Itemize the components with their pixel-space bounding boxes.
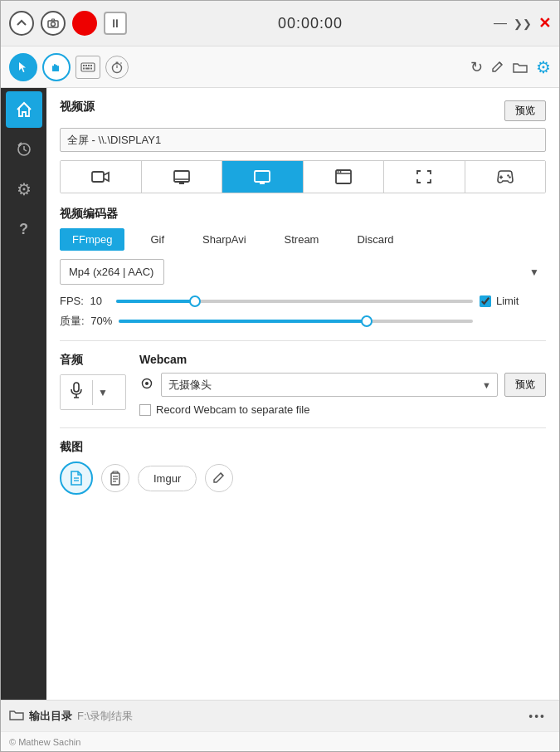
copyright-bar: © Mathew Sachin xyxy=(1,731,559,751)
format-select-row: Mp4 (x264 | AAC) ▼ xyxy=(60,259,546,285)
title-bar: ⏸ 00:00:00 — ❯❯ ✕ xyxy=(1,1,559,46)
video-source-section: 视频源 预览 xyxy=(60,100,546,193)
source-window-button[interactable] xyxy=(304,161,385,193)
audio-dropdown-button[interactable]: ▼ xyxy=(92,380,113,405)
fps-slider-right: Limit xyxy=(480,295,546,307)
hand-icon xyxy=(51,61,62,73)
chevron-up-icon xyxy=(16,17,27,29)
webcam-select-wrapper: 无摄像头 ▼ xyxy=(161,373,498,397)
fps-slider-thumb[interactable] xyxy=(189,295,201,307)
screenshot-label: 截图 xyxy=(60,440,83,453)
pen-button[interactable] xyxy=(491,61,504,74)
imgur-button[interactable]: Imgur xyxy=(138,466,197,491)
camera-icon xyxy=(47,18,59,28)
quality-label: 质量: 70% xyxy=(60,314,112,329)
source-input-field[interactable] xyxy=(60,128,546,152)
webcam-record-checkbox[interactable] xyxy=(139,404,151,416)
monitor-alt-icon xyxy=(173,169,191,184)
video-encoder-label: 视频编码器 xyxy=(60,207,118,220)
svg-line-20 xyxy=(499,62,502,65)
source-header: 视频源 预览 xyxy=(60,100,546,121)
svg-rect-15 xyxy=(90,67,92,69)
webcam-camera-icon xyxy=(139,378,154,393)
webcam-preview-button[interactable]: 预览 xyxy=(504,373,546,397)
enc-tab-stream[interactable]: Stream xyxy=(272,228,332,251)
webcam-label: Webcam xyxy=(139,353,546,366)
output-folder-icon[interactable] xyxy=(9,709,24,724)
enc-tab-sharpavi[interactable]: SharpAvi xyxy=(190,228,259,251)
screenshot-clipboard-button[interactable] xyxy=(60,461,93,495)
bottom-bar: 输出目录 F:\录制结果 ••• xyxy=(1,700,559,731)
stopwatch-icon xyxy=(110,61,124,74)
svg-rect-7 xyxy=(52,70,59,71)
sidebar-item-settings[interactable]: ⚙ xyxy=(6,171,42,208)
source-fullscreen-button[interactable] xyxy=(222,161,304,193)
enc-tab-gif[interactable]: Gif xyxy=(138,228,177,251)
svg-rect-18 xyxy=(116,61,119,63)
folder-button[interactable] xyxy=(513,61,528,74)
video-preview-button[interactable]: 预览 xyxy=(504,100,546,121)
fps-limit-checkbox[interactable] xyxy=(480,295,491,307)
svg-rect-8 xyxy=(81,63,95,71)
maximize-button[interactable]: ❯❯ xyxy=(514,17,532,30)
hand-tool-button[interactable] xyxy=(42,53,71,81)
help-icon: ? xyxy=(19,221,28,238)
svg-point-1 xyxy=(51,22,56,27)
screenshot-pen-button[interactable] xyxy=(205,464,233,492)
keyboard-button[interactable] xyxy=(75,56,100,79)
keyboard-icon xyxy=(80,62,95,72)
pause-icon: ⏸ xyxy=(110,17,122,30)
more-options-button[interactable]: ••• xyxy=(523,708,551,725)
timer-button[interactable] xyxy=(105,56,129,79)
fps-label: FPS: 10 xyxy=(60,295,110,307)
svg-point-33 xyxy=(339,171,341,173)
fps-slider-track[interactable] xyxy=(116,300,473,303)
svg-rect-23 xyxy=(174,171,189,182)
format-select[interactable]: Mp4 (x264 | AAC) xyxy=(60,259,164,285)
toolbar: ↻ ⚙ xyxy=(1,46,559,88)
minimize-button[interactable]: — xyxy=(494,16,507,31)
title-bar-right: — ❯❯ ✕ xyxy=(494,14,551,32)
quality-slider-thumb[interactable] xyxy=(361,315,373,327)
tb-btn-camera[interactable] xyxy=(41,11,66,36)
svg-point-37 xyxy=(509,176,510,178)
file-icon xyxy=(69,470,84,486)
source-monitor-alt-button[interactable] xyxy=(142,161,223,193)
svg-line-49 xyxy=(221,473,223,476)
webcam-icon xyxy=(139,378,154,389)
enc-tab-ffmpeg[interactable]: FFmpeg xyxy=(60,228,124,251)
video-camera-icon xyxy=(91,169,110,184)
quality-slider-track[interactable] xyxy=(119,320,473,323)
refresh-button[interactable]: ↻ xyxy=(470,58,483,76)
timer-display: 00:00:00 xyxy=(127,15,494,32)
sidebar-item-history[interactable] xyxy=(6,131,42,168)
sidebar-item-help[interactable]: ? xyxy=(6,211,42,247)
audio-section: 音频 ▼ xyxy=(60,353,126,416)
region-icon xyxy=(416,169,432,184)
pause-button[interactable]: ⏸ xyxy=(104,12,127,35)
screenshot-clipboard2-button[interactable] xyxy=(101,464,129,492)
screenshot-section: 截图 xyxy=(60,440,546,495)
audio-mic-button[interactable] xyxy=(61,375,92,409)
source-region-button[interactable] xyxy=(384,161,465,193)
enc-tab-discard[interactable]: Discard xyxy=(344,228,406,251)
close-button[interactable]: ✕ xyxy=(538,14,551,32)
source-gamepad-button[interactable] xyxy=(465,161,546,193)
quality-slider-row: 质量: 70% xyxy=(60,314,546,329)
webcam-device-select[interactable]: 无摄像头 xyxy=(161,373,498,397)
select-arrow-icon: ▼ xyxy=(529,266,539,278)
tb-btn-circle1[interactable] xyxy=(9,11,34,36)
record-button[interactable] xyxy=(72,11,97,36)
copyright-text: © Mathew Sachin xyxy=(9,737,80,747)
cursor-tool-button[interactable] xyxy=(9,53,37,81)
svg-point-42 xyxy=(145,382,149,385)
folder-icon xyxy=(9,709,24,720)
source-camera-button[interactable] xyxy=(61,161,142,193)
svg-rect-10 xyxy=(85,65,87,66)
settings-button[interactable]: ⚙ xyxy=(536,57,551,77)
gamepad-icon xyxy=(495,169,515,184)
audio-label: 音频 xyxy=(60,353,126,368)
svg-rect-14 xyxy=(85,67,90,69)
sidebar-item-home[interactable] xyxy=(6,91,42,128)
window-icon xyxy=(335,169,352,184)
